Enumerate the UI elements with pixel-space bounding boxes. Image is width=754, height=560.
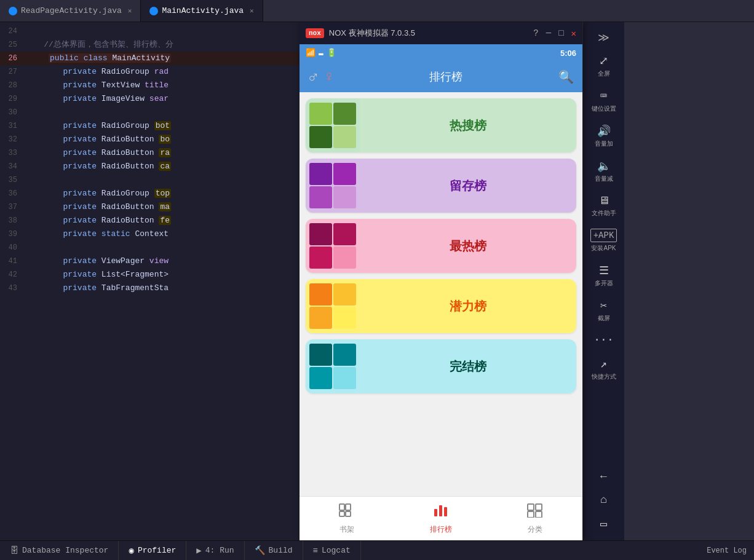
emulator-wrapper: nox NOX 夜神模拟器 7.0.3.5 ? ─ □ ✕ 📶 ▬ 🔋 5:06 xyxy=(300,22,754,540)
rank-item-hot[interactable]: 热搜榜 xyxy=(306,98,576,152)
line-content-36: private RadioGroup top xyxy=(25,187,171,200)
rank-label-area-retain: 留存榜 xyxy=(360,159,576,213)
emulator-sidebar: ≫ ⤢ 全屏 ⌨ 键位设置 🔊 音量加 🔈 音量减 🖥 文件助手 xyxy=(582,22,624,540)
battery-icon: 🔋 xyxy=(327,48,336,58)
line-content-26: public class MainActivity xyxy=(25,52,171,65)
svg-rect-6 xyxy=(444,507,447,516)
rank-item-hottest[interactable]: 最热榜 xyxy=(306,219,576,273)
nav-item-ranking[interactable]: 排行榜 xyxy=(394,503,488,535)
status-tab-run-label: 4: Run xyxy=(205,546,234,555)
line-num-26: 26 xyxy=(0,52,25,65)
sidebar-btn-more[interactable]: ··· xyxy=(585,329,622,351)
nav-item-category[interactable]: 分类 xyxy=(488,503,582,535)
code-line-33: 33 private RadioButton ra xyxy=(0,146,300,160)
rank-label-hottest: 最热榜 xyxy=(450,238,486,254)
sidebar-expand-btn[interactable]: ≫ xyxy=(594,27,613,48)
rank-thumb-complete xyxy=(306,339,360,393)
tab-label-read-page: ReadPageActivity.java xyxy=(21,6,122,15)
sidebar-btn-shortcut[interactable]: ↗ 快捷方式 xyxy=(585,352,622,386)
sidebar-btn-fullscreen[interactable]: ⤢ 全屏 xyxy=(585,49,622,83)
emulator-maximize-btn[interactable]: □ xyxy=(558,28,563,39)
sidebar-btn-recent[interactable]: ▭ xyxy=(585,512,622,535)
code-line-30: 30 xyxy=(0,106,300,119)
event-log-label[interactable]: Event Log xyxy=(707,546,747,555)
male-icon[interactable]: ♂ xyxy=(308,68,319,87)
rank-list: 热搜榜 留存榜 xyxy=(300,92,582,496)
rank-item-potential[interactable]: 潜力榜 xyxy=(306,279,576,333)
install-apk-icon: +APK xyxy=(590,229,617,242)
sidebar-btn-screenshot[interactable]: ✂ 截屏 xyxy=(585,294,622,328)
screenshot-icon: ✂ xyxy=(600,299,607,312)
line-num-36: 36 xyxy=(0,187,25,200)
code-line-29: 29 private ImageView sear xyxy=(0,92,300,106)
emulator-window: nox NOX 夜神模拟器 7.0.3.5 ? ─ □ ✕ 📶 ▬ 🔋 5:06 xyxy=(300,22,582,540)
file-helper-label: 文件助手 xyxy=(592,209,616,218)
sidebar-btn-vol-down[interactable]: 🔈 音量减 xyxy=(585,154,622,188)
status-tab-run[interactable]: ▶ 4: Run xyxy=(186,541,244,560)
sidebar-btn-install-apk[interactable]: +APK 安装APK xyxy=(585,224,622,258)
line-num-38: 38 xyxy=(0,214,25,227)
code-line-24: 24 xyxy=(0,25,300,38)
tab-close-read-page[interactable]: ✕ xyxy=(128,7,132,15)
sidebar-btn-home[interactable]: ⌂ xyxy=(585,489,622,511)
emulator-title-bar: nox NOX 夜神模拟器 7.0.3.5 ? ─ □ ✕ xyxy=(300,22,582,44)
tab-main-activity[interactable]: MainActivity.java ✕ xyxy=(141,0,263,22)
line-num-32: 32 xyxy=(0,133,25,146)
line-num-29: 29 xyxy=(0,92,25,106)
code-line-26: 26 public class MainActivity xyxy=(0,52,300,65)
rank-thumb-hot xyxy=(306,98,360,152)
main-area: 24 25 //总体界面，包含书架、排行榜、分 26 public class xyxy=(0,22,754,540)
nav-item-bookshelf[interactable]: 书架 xyxy=(300,503,394,535)
sidebar-btn-keymapping[interactable]: ⌨ 键位设置 xyxy=(585,84,622,118)
search-icon[interactable]: 🔍 xyxy=(558,69,574,85)
keymapping-icon: ⌨ xyxy=(600,89,607,103)
code-line-41: 41 private ViewPager view xyxy=(0,254,300,268)
status-tab-profiler[interactable]: ◉ Profiler xyxy=(119,541,186,560)
status-tab-build[interactable]: 🔨 Build xyxy=(245,541,303,560)
line-content-29: private ImageView sear xyxy=(25,92,169,106)
rank-item-retain[interactable]: 留存榜 xyxy=(306,159,576,213)
tab-read-page[interactable]: ReadPageActivity.java ✕ xyxy=(0,0,141,22)
rank-item-complete[interactable]: 完结榜 xyxy=(306,339,576,393)
status-bar: 🗄 Database Inspector ◉ Profiler ▶ 4: Run… xyxy=(0,540,754,560)
line-num-43: 43 xyxy=(0,282,25,295)
svg-rect-5 xyxy=(439,505,442,516)
line-num-40: 40 xyxy=(0,241,25,254)
more-icon: ··· xyxy=(593,334,613,346)
status-tab-database-inspector[interactable]: 🗄 Database Inspector xyxy=(0,541,119,560)
rank-label-area-hottest: 最热榜 xyxy=(360,219,576,273)
line-num-41: 41 xyxy=(0,254,25,268)
line-content-27: private RadioGroup rad xyxy=(25,65,169,79)
svg-rect-0 xyxy=(339,504,344,510)
emulator-bottom-nav: 书架 排行榜 xyxy=(300,496,582,540)
emulator-close-btn[interactable]: ✕ xyxy=(571,28,576,39)
line-num-24: 24 xyxy=(0,25,25,38)
rank-thumb-retain xyxy=(306,159,360,213)
emulator-help-btn[interactable]: ? xyxy=(533,28,538,39)
line-content-39: private static Context xyxy=(25,227,169,241)
female-icon[interactable]: ♀ xyxy=(325,69,333,85)
build-icon: 🔨 xyxy=(255,545,265,556)
fullscreen-icon: ⤢ xyxy=(599,54,608,68)
rank-label-area-complete: 完结榜 xyxy=(360,339,576,393)
tab-bar: ReadPageActivity.java ✕ MainActivity.jav… xyxy=(0,0,754,22)
code-line-34: 34 private RadioButton ca xyxy=(0,160,300,173)
vol-up-icon: 🔊 xyxy=(597,124,611,138)
sidebar-btn-multi-open[interactable]: ☰ 多开器 xyxy=(585,259,622,293)
sidebar-btn-file-helper[interactable]: 🖥 文件助手 xyxy=(585,189,622,223)
tab-icon-main-activity xyxy=(149,7,158,15)
tab-close-main-activity[interactable]: ✕ xyxy=(250,7,254,15)
file-helper-icon: 🖥 xyxy=(598,194,609,207)
sidebar-btn-vol-up[interactable]: 🔊 音量加 xyxy=(585,119,622,153)
rank-thumb-potential xyxy=(306,279,360,333)
status-tab-logcat[interactable]: ≡ Logcat xyxy=(303,541,361,560)
sidebar-btn-back[interactable]: ← xyxy=(585,465,622,487)
rank-label-retain: 留存榜 xyxy=(450,178,486,194)
back-icon: ← xyxy=(600,470,607,483)
run-icon: ▶ xyxy=(196,545,201,556)
line-num-39: 39 xyxy=(0,227,25,241)
status-tab-logcat-label: Logcat xyxy=(322,546,351,555)
emulator-minimize-btn[interactable]: ─ xyxy=(546,28,551,39)
multi-open-label: 多开器 xyxy=(595,279,613,288)
profiler-icon: ◉ xyxy=(129,545,133,556)
